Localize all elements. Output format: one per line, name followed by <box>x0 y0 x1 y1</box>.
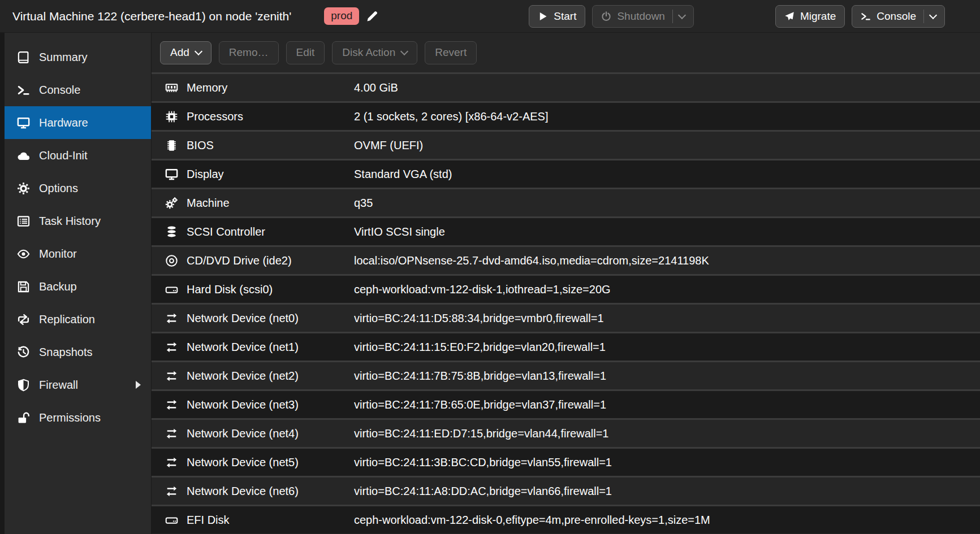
hardware-row[interactable]: Network Device (net5) virtio=BC:24:11:3B… <box>152 447 980 476</box>
sidebar-item-label: Firewall <box>39 379 78 392</box>
hdd-icon <box>165 283 178 296</box>
eye-icon <box>17 248 30 261</box>
sidebar-item-label: Monitor <box>39 248 77 261</box>
sidebar-item[interactable]: Hardware <box>5 106 151 139</box>
sidebar-item[interactable]: Monitor <box>5 237 151 270</box>
cogs-icon <box>165 197 178 210</box>
sidebar-item-label: Options <box>39 182 78 195</box>
gear-icon <box>17 182 30 195</box>
hardware-row[interactable]: SCSI Controller VirtIO SCSI single <box>152 216 980 245</box>
hardware-value: Standard VGA (std) <box>354 168 452 181</box>
sidebar-item[interactable]: Summary <box>5 41 151 73</box>
power-icon <box>601 11 611 21</box>
sidebar-item-label: Console <box>39 84 80 97</box>
hardware-key: Network Device (net1) <box>187 341 354 354</box>
submenu-arrow-icon <box>136 381 141 389</box>
hardware-key: Network Device (net4) <box>187 427 354 440</box>
hardware-key: Network Device (net3) <box>187 398 354 411</box>
hardware-row[interactable]: BIOS OVMF (UEFI) <box>152 130 980 159</box>
vm-action-button[interactable]: Start <box>529 5 585 28</box>
hardware-row[interactable]: Memory 4.00 GiB <box>152 74 980 101</box>
hardware-key: Display <box>187 168 354 181</box>
hardware-row[interactable]: EFI Disk ceph-workload:vm-122-disk-0,efi… <box>152 505 980 533</box>
hardware-row[interactable]: Processors 2 (1 sockets, 2 cores) [x86-6… <box>152 101 980 130</box>
hardware-value: virtio=BC:24:11:7B:65:0E,bridge=vlan37,f… <box>354 398 606 411</box>
hardware-key: Machine <box>187 197 354 210</box>
hardware-value: virtio=BC:24:11:A8:DD:AC,bridge=vlan66,f… <box>354 485 612 498</box>
toolbar-button[interactable]: Add <box>160 41 211 64</box>
hardware-key: Processors <box>187 110 354 123</box>
toolbar-button[interactable]: Disk Action <box>332 41 417 64</box>
sidebar-item[interactable]: Snapshots <box>5 336 151 368</box>
toolbar-button[interactable]: Remo… <box>219 41 279 64</box>
hardware-toolbar: Add Remo… Edit Disk Action Revert <box>152 33 980 72</box>
sidebar-item-label: Backup <box>39 280 77 293</box>
history-icon <box>17 346 30 359</box>
sidebar-item[interactable]: Replication <box>5 303 151 336</box>
hardware-value: 2 (1 sockets, 2 cores) [x86-64-v2-AES] <box>354 110 548 123</box>
floppy-icon <box>17 280 30 293</box>
sidebar-item[interactable]: Console <box>5 73 151 106</box>
cd-icon <box>165 254 178 267</box>
vm-sidebar: Summary Console Hardware Cloud-Init <box>0 33 151 534</box>
hardware-key: Hard Disk (scsi0) <box>187 283 354 296</box>
hardware-panel: Add Remo… Edit Disk Action Revert <box>151 33 980 534</box>
vm-action-button[interactable]: Shutdown <box>592 5 694 28</box>
list-icon <box>17 215 30 228</box>
hardware-key: Memory <box>187 81 354 94</box>
hardware-value: OVMF (UEFI) <box>354 139 423 152</box>
hardware-value: q35 <box>354 197 373 210</box>
database-icon <box>165 225 178 238</box>
hardware-value: local:iso/OPNsense-25.7-dvd-amd64.iso,me… <box>354 254 709 267</box>
split-button-divider <box>923 10 924 23</box>
sidebar-item-label: Hardware <box>39 116 88 129</box>
vm-action-button[interactable]: Migrate <box>775 5 845 28</box>
shield-icon <box>17 379 30 392</box>
hardware-row[interactable]: Machine q35 <box>152 188 980 216</box>
sidebar-item[interactable]: Permissions <box>5 401 151 434</box>
sidebar-item[interactable]: Firewall <box>5 368 151 401</box>
sidebar-item[interactable]: Cloud-Init <box>5 139 151 172</box>
hardware-row[interactable]: Network Device (net2) virtio=BC:24:11:7B… <box>152 361 980 389</box>
hardware-row[interactable]: Display Standard VGA (std) <box>152 159 980 188</box>
hardware-row[interactable]: Network Device (net6) virtio=BC:24:11:A8… <box>152 476 980 505</box>
hardware-row[interactable]: Network Device (net4) virtio=BC:24:11:ED… <box>152 418 980 447</box>
toolbar-button-label: Edit <box>296 46 315 59</box>
cpu-icon <box>165 110 178 123</box>
toolbar-button[interactable]: Edit <box>286 41 325 64</box>
vm-action-button[interactable]: Console <box>852 5 945 28</box>
hardware-key: Network Device (net0) <box>187 312 354 325</box>
hardware-key: Network Device (net6) <box>187 485 354 498</box>
hardware-value: ceph-workload:vm-122-disk-0,efitype=4m,p… <box>354 514 710 527</box>
sidebar-item[interactable]: Backup <box>5 270 151 303</box>
edit-tags-pencil-icon[interactable] <box>366 10 378 23</box>
vm-action-buttons: Start Shutdown Migrate Console <box>529 5 980 28</box>
toolbar-button-label: Add <box>170 46 189 59</box>
network-icon <box>165 398 178 411</box>
hardware-row[interactable]: Network Device (net0) virtio=BC:24:11:D5… <box>152 303 980 332</box>
toolbar-button[interactable]: Revert <box>425 41 477 64</box>
main-area: Summary Console Hardware Cloud-Init <box>0 33 980 534</box>
hardware-value: virtio=BC:24:11:D5:88:34,bridge=vmbr0,fi… <box>354 312 604 325</box>
hardware-row[interactable]: Hard Disk (scsi0) ceph-workload:vm-122-d… <box>152 274 980 303</box>
sidebar-item[interactable]: Options <box>5 172 151 205</box>
terminal-icon <box>861 11 871 21</box>
network-icon <box>165 456 178 469</box>
split-button-divider <box>672 10 673 23</box>
hardware-value: virtio=BC:24:11:3B:BC:CD,bridge=vlan55,f… <box>354 456 612 469</box>
hardware-row[interactable]: Network Device (net1) virtio=BC:24:11:15… <box>152 332 980 361</box>
action-label: Shutdown <box>617 10 665 23</box>
desktop-icon <box>165 168 178 181</box>
network-icon <box>165 427 178 440</box>
sidebar-item-label: Task History <box>39 215 101 228</box>
cloud-icon <box>17 149 30 162</box>
toolbar-button-label: Remo… <box>229 46 269 59</box>
hardware-row[interactable]: CD/DVD Drive (ide2) local:iso/OPNsense-2… <box>152 245 980 274</box>
proxmox-vm-hardware-page: Virtual Machine 122 (cerbere-head1) on n… <box>0 0 980 534</box>
sidebar-item[interactable]: Task History <box>5 205 151 237</box>
hardware-row[interactable]: Network Device (net3) virtio=BC:24:11:7B… <box>152 389 980 418</box>
chevron-down-icon <box>195 47 202 55</box>
hardware-key: EFI Disk <box>187 514 354 527</box>
sidebar-item-label: Replication <box>39 313 95 326</box>
action-label: Console <box>877 10 916 23</box>
